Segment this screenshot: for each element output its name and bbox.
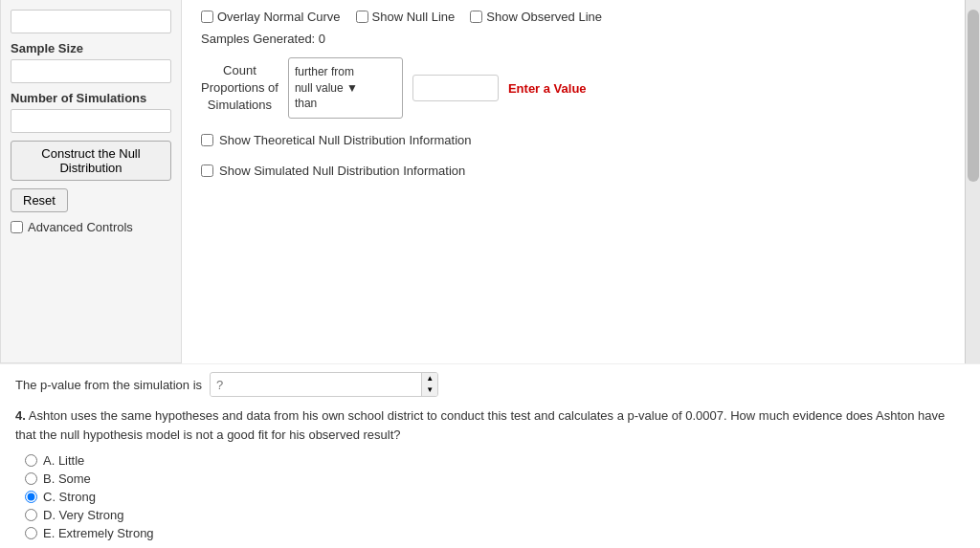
radio-a[interactable] <box>25 454 37 467</box>
num-simulations-label: Number of Simulations <box>11 91 171 105</box>
options-row: Overlay Normal Curve Show Null Line Show… <box>201 10 946 24</box>
num-simulations-group: Number of Simulations 100 <box>11 91 171 133</box>
advanced-controls-checkbox[interactable] <box>11 221 23 233</box>
dropdown-arrow-icon: ▼ <box>346 81 358 95</box>
option-e-label: E. Extremely Strong <box>43 526 154 540</box>
left-panel: 0.5 Sample Size 100 Number of Simulation… <box>0 0 182 363</box>
option-d[interactable]: D. Very Strong <box>25 508 965 522</box>
radio-c[interactable] <box>25 491 37 503</box>
samples-generated-value: 0 <box>319 32 325 46</box>
show-observed-option[interactable]: Show Observed Line <box>470 10 602 24</box>
p-value-spinner: ▲ ▼ <box>421 373 437 396</box>
p-value-row: The p-value from the simulation is ▲ ▼ <box>15 372 965 397</box>
show-simulated-checkbox[interactable] <box>201 164 213 177</box>
samples-generated-label: Samples Generated: <box>201 32 315 46</box>
right-panel: Overlay Normal Curve Show Null Line Show… <box>182 0 965 363</box>
overlay-normal-checkbox[interactable] <box>201 11 213 23</box>
option-b[interactable]: B. Some <box>25 471 965 486</box>
radio-d[interactable] <box>25 509 37 521</box>
direction-dropdown[interactable]: further fromnull value ▼than <box>288 57 403 119</box>
question-number: 4. <box>15 408 26 423</box>
overlay-normal-option[interactable]: Overlay Normal Curve <box>201 10 341 24</box>
samples-generated-row: Samples Generated: 0 <box>201 32 946 46</box>
show-null-label: Show Null Line <box>372 10 456 24</box>
count-proportions-label: CountProportions ofSimulations <box>201 62 278 115</box>
sample-size-input[interactable]: 100 <box>11 59 171 83</box>
spinner-down-button[interactable]: ▼ <box>422 384 437 396</box>
spinner-up-button[interactable]: ▲ <box>422 373 437 384</box>
show-simulated-row: Show Simulated Null Distribution Informa… <box>201 163 946 180</box>
advanced-controls-row: Advanced Controls <box>11 220 171 234</box>
question-text: 4. Ashton uses the same hypotheses and d… <box>15 406 965 444</box>
option-e[interactable]: E. Extremely Strong <box>25 526 965 540</box>
radio-e[interactable] <box>25 527 37 539</box>
page-wrapper: 0.5 Sample Size 100 Number of Simulation… <box>0 0 980 548</box>
answer-options: A. Little B. Some C. Strong D. Very Stro… <box>15 453 965 540</box>
scrollbar-thumb <box>968 10 979 182</box>
option-a-label: A. Little <box>43 453 84 468</box>
p-value-label: The p-value from the simulation is <box>15 378 202 392</box>
show-null-option[interactable]: Show Null Line <box>356 10 456 24</box>
construct-button[interactable]: Construct the Null Distribution <box>11 141 171 181</box>
option-c[interactable]: C. Strong <box>25 490 965 504</box>
overlay-normal-label: Overlay Normal Curve <box>217 10 341 24</box>
show-simulated-label: Show Simulated Null Distribution Informa… <box>219 163 465 180</box>
radio-b[interactable] <box>25 472 37 485</box>
p-value-input[interactable] <box>211 374 421 396</box>
main-content: 0.5 Sample Size 100 Number of Simulation… <box>0 0 980 363</box>
count-proportions-row: CountProportions ofSimulations further f… <box>201 57 946 119</box>
show-observed-checkbox[interactable] <box>470 11 482 23</box>
reset-button[interactable]: Reset <box>11 188 68 212</box>
show-theoretical-row: Show Theoretical Null Distribution Infor… <box>201 132 946 149</box>
value-input[interactable] <box>412 75 499 101</box>
sample-size-label: Sample Size <box>11 41 171 55</box>
option-a[interactable]: A. Little <box>25 453 965 468</box>
show-theoretical-label: Show Theoretical Null Distribution Infor… <box>219 132 472 149</box>
show-observed-label: Show Observed Line <box>486 10 602 24</box>
num-simulations-input[interactable]: 100 <box>11 109 171 133</box>
bottom-section: The p-value from the simulation is ▲ ▼ 4… <box>0 363 980 548</box>
option-c-label: C. Strong <box>43 490 96 504</box>
show-theoretical-checkbox[interactable] <box>201 134 213 146</box>
scrollbar[interactable] <box>965 0 980 363</box>
initial-value-input[interactable]: 0.5 <box>11 10 171 33</box>
dropdown-text: further fromnull value ▼than <box>295 64 396 112</box>
enter-value-button[interactable]: Enter a Value <box>508 81 587 96</box>
option-d-label: D. Very Strong <box>43 508 124 522</box>
question-body: Ashton uses the same hypotheses and data… <box>15 408 945 442</box>
show-null-checkbox[interactable] <box>356 11 368 23</box>
advanced-controls-label: Advanced Controls <box>28 220 133 234</box>
initial-value-group: 0.5 <box>11 10 171 33</box>
option-b-label: B. Some <box>43 471 91 486</box>
sample-size-group: Sample Size 100 <box>11 41 171 83</box>
p-value-input-wrapper: ▲ ▼ <box>210 372 438 397</box>
